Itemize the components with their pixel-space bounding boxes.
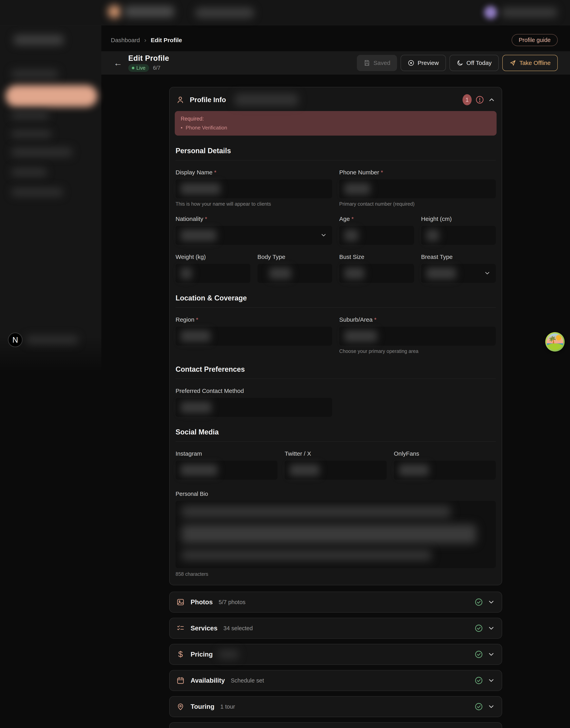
instagram-input[interactable] bbox=[176, 461, 277, 480]
chevron-down-icon[interactable] bbox=[488, 651, 495, 658]
error-count-badge: 1 bbox=[463, 94, 472, 105]
user-name-redacted bbox=[502, 8, 557, 17]
chevron-down-icon[interactable] bbox=[488, 677, 495, 684]
chevron-down-icon[interactable] bbox=[488, 598, 495, 606]
onlyfans-field-group: OnlyFans bbox=[394, 450, 496, 480]
chevron-down-icon bbox=[320, 232, 327, 239]
suburb-input[interactable] bbox=[339, 326, 496, 345]
photos-section[interactable]: Photos 5/7 photos bbox=[169, 591, 502, 613]
twitter-field-group: Twitter / X bbox=[285, 450, 386, 480]
profile-guide-button[interactable]: Profile guide bbox=[512, 34, 558, 46]
off-today-button[interactable]: Off Today bbox=[450, 55, 499, 71]
display-name-field-group: Display Name* This is how your name will… bbox=[176, 169, 332, 207]
sun-icon bbox=[556, 335, 561, 340]
sidebar-item[interactable] bbox=[12, 188, 63, 196]
profile-info-header[interactable]: Profile Info 1 bbox=[175, 92, 497, 107]
height-field-group: Height (cm) bbox=[421, 216, 496, 245]
display-name-input[interactable] bbox=[176, 179, 332, 198]
required-item: Phone Verification bbox=[186, 125, 227, 131]
nationality-select[interactable] bbox=[176, 226, 332, 245]
height-input[interactable] bbox=[421, 226, 496, 245]
island-floating-button[interactable]: 🌴 bbox=[545, 332, 565, 351]
onlyfans-input[interactable] bbox=[394, 461, 496, 480]
breast-type-field-group: Breast Type bbox=[421, 254, 496, 283]
person-icon bbox=[176, 95, 185, 104]
profile-progress: 6/7 bbox=[153, 65, 161, 71]
sidebar-item[interactable] bbox=[12, 111, 49, 119]
profile-info-card: Profile Info 1 Required: • Phone Verific… bbox=[169, 87, 502, 585]
nextjs-dev-badge[interactable]: N bbox=[8, 332, 23, 347]
twitter-input[interactable] bbox=[285, 461, 386, 480]
moon-icon bbox=[457, 59, 463, 66]
weight-field-group: Weight (kg) bbox=[176, 254, 250, 283]
region-select[interactable] bbox=[176, 326, 332, 345]
preview-button[interactable]: Preview bbox=[400, 55, 446, 71]
location-heading: Location & Coverage bbox=[175, 294, 497, 302]
check-circle-icon bbox=[475, 650, 483, 659]
saved-button[interactable]: Saved bbox=[357, 55, 397, 71]
chevron-down-icon bbox=[484, 270, 491, 276]
profile-info-subtitle-redacted bbox=[235, 93, 298, 106]
sidebar-item[interactable] bbox=[12, 168, 46, 176]
phone-helper: Primary contact number (required) bbox=[339, 201, 496, 207]
photos-icon bbox=[176, 598, 185, 606]
services-section[interactable]: Services 34 selected bbox=[169, 618, 502, 639]
logo-text-redacted bbox=[124, 6, 174, 17]
availability-section[interactable]: Availability Schedule set bbox=[169, 670, 502, 691]
user-menu[interactable] bbox=[484, 6, 557, 19]
required-heading: Required: bbox=[181, 116, 491, 122]
check-circle-icon bbox=[475, 598, 483, 606]
sidebar-item-active[interactable] bbox=[6, 85, 97, 107]
pricing-subtitle-redacted bbox=[219, 650, 239, 659]
check-circle-icon bbox=[475, 702, 483, 711]
bullet: • bbox=[181, 125, 183, 131]
page-header: ← Edit Profile Live 6/7 Saved Preview bbox=[101, 51, 570, 75]
contact-method-field-group: Preferred Contact Method bbox=[176, 388, 332, 417]
required-warning: Required: • Phone Verification bbox=[175, 111, 497, 136]
touring-section[interactable]: Touring 1 tour bbox=[169, 696, 502, 717]
divider bbox=[176, 379, 496, 379]
sidebar: N bbox=[0, 25, 101, 371]
live-dot-icon bbox=[132, 67, 134, 69]
body-type-field-group: Body Type bbox=[258, 254, 332, 283]
pricing-section[interactable]: $ Pricing bbox=[169, 644, 502, 665]
phone-input[interactable] bbox=[339, 179, 496, 198]
touring-icon bbox=[176, 703, 185, 711]
top-bar bbox=[0, 0, 570, 25]
sidebar-item[interactable] bbox=[12, 130, 51, 138]
take-offline-button[interactable]: Take Offline bbox=[502, 55, 558, 71]
bio-character-count: 858 characters bbox=[175, 571, 497, 577]
instagram-field-group: Instagram bbox=[176, 450, 277, 480]
search-input[interactable] bbox=[195, 8, 254, 18]
contact-method-select[interactable] bbox=[176, 398, 332, 417]
contact-heading: Contact Preferences bbox=[175, 365, 497, 374]
breast-type-select[interactable] bbox=[421, 264, 496, 283]
suburb-field-group: Suburb/Area* Choose your primary operati… bbox=[339, 316, 496, 354]
bust-size-select[interactable] bbox=[339, 264, 414, 283]
breadcrumb: Dashboard › Edit Profile bbox=[111, 36, 182, 44]
chevron-up-icon[interactable] bbox=[488, 96, 495, 103]
app-logo[interactable] bbox=[108, 5, 174, 18]
nationality-field-group: Nationality* bbox=[176, 216, 332, 245]
sidebar-item[interactable] bbox=[12, 148, 72, 157]
personal-details-heading: Personal Details bbox=[175, 147, 497, 155]
breadcrumb-dashboard[interactable]: Dashboard bbox=[111, 37, 140, 43]
bio-textarea[interactable] bbox=[176, 501, 496, 568]
chevron-down-icon[interactable] bbox=[488, 625, 495, 632]
age-input[interactable] bbox=[339, 226, 414, 245]
hill-graphic bbox=[547, 343, 563, 350]
region-field-group: Region* bbox=[176, 316, 332, 354]
bust-size-field-group: Bust Size bbox=[339, 254, 414, 283]
sidebar-item[interactable] bbox=[12, 70, 58, 78]
agreement-section[interactable]: Agreement Consent given bbox=[169, 722, 502, 728]
chevron-down-icon[interactable] bbox=[488, 703, 495, 710]
back-button[interactable]: ← bbox=[113, 59, 122, 67]
weight-input[interactable] bbox=[176, 264, 250, 283]
avatar[interactable] bbox=[484, 6, 497, 19]
check-circle-icon bbox=[475, 624, 483, 633]
body-type-select[interactable] bbox=[258, 264, 332, 283]
status-badge: Live bbox=[128, 64, 149, 72]
logo-icon bbox=[108, 5, 121, 18]
main-area: Dashboard › Edit Profile Profile guide ←… bbox=[101, 25, 570, 728]
age-field-group: Age* bbox=[339, 216, 414, 245]
